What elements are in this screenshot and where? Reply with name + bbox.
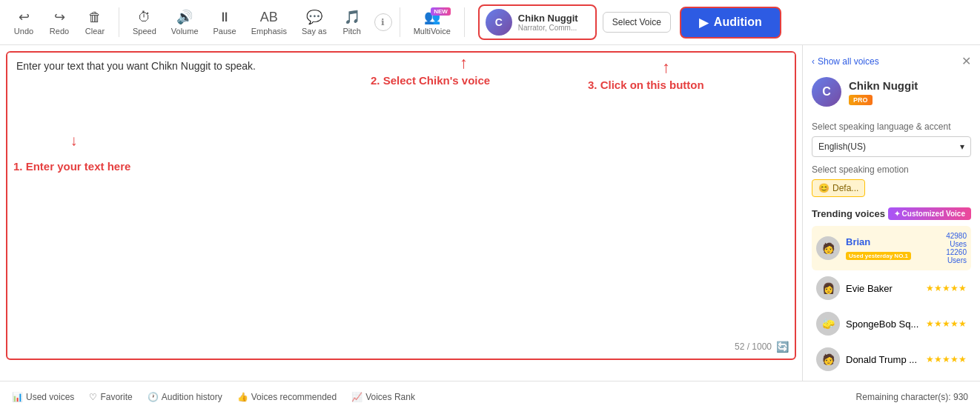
refresh-icon[interactable]: 🔄 [776,341,789,353]
emphasis-button[interactable]: AB Emphasis [245,7,293,39]
language-label: Select speaking language & accent [812,121,971,132]
divider-2 [400,7,400,37]
annotation-1-arrow: ↑ [70,134,78,151]
emotion-icon: 😊 [818,183,830,193]
voice-name-trump: Donald Trump ... [846,354,920,365]
tab-voices-rank[interactable]: 📈 Voices Rank [351,392,415,402]
show-all-voices-link[interactable]: ‹ Show all voices [812,56,879,67]
redo-icon: ↪ [54,9,65,25]
voice-stars-evie: ★★★★★ [926,283,967,293]
multivoice-button[interactable]: NEW 👥 MultiVoice [408,6,457,39]
voice-name-evie: Evie Baker [846,283,920,294]
emotion-button[interactable]: 😊 Defa... [812,179,865,197]
sayas-button[interactable]: 💬 Say as [296,6,333,39]
trending-header: Trending voices ✦ Customized Voice [812,207,971,220]
language-select[interactable]: English(US) ▾ [812,136,971,157]
tab-audition-history[interactable]: 🕐 Audition history [148,392,222,402]
recommended-icon: 👍 [237,392,248,402]
bottom-bar: 📊 Used voices ♡ Favorite 🕐 Audition hist… [0,381,980,412]
chevron-left-icon: ‹ [812,56,815,67]
undo-button[interactable]: ↩ Undo [7,6,40,39]
sidebar-header: ‹ Show all voices ✕ [812,54,971,68]
sidebar-voice-avatar: C [812,77,841,107]
redo-button[interactable]: ↪ Redo [43,6,76,39]
history-icon: 🕐 [148,392,159,402]
text-input[interactable] [7,53,795,336]
voice-item-evie[interactable]: 👩 Evie Baker ★★★★★ [812,270,971,306]
sidebar-voice-header: C Chikn Nuggit PRO [812,77,971,107]
voice-selector[interactable]: C Chikn Nuggit Narrator, Comm... [478,4,597,40]
voice-avatar-spongebob: 🧽 [816,312,840,336]
select-voice-button[interactable]: Select Voice [603,12,671,33]
sidebar: ‹ Show all voices ✕ C Chikn Nuggit PRO S… [802,45,980,381]
char-count: 52 / 1000 🔄 [735,341,789,353]
sidebar-voice-name: Chikn Nuggit [849,79,918,92]
pitch-icon: 🎵 [344,9,360,25]
no1-badge: Used yesterday NO.1 [846,252,911,260]
volume-button[interactable]: 🔊 Volume [165,6,205,39]
used-voices-icon: 📊 [12,392,23,402]
tab-voices-recommended[interactable]: 👍 Voices recommended [237,392,337,402]
text-editor-border: Enter your text that you want Chikn Nugg… [6,51,796,360]
voice-avatar-trump: 🧑 [816,347,840,371]
voice-name-brian: Brian [846,236,940,247]
favorite-icon: ♡ [89,392,97,402]
voice-avatar: C [486,9,512,36]
voice-item-trump[interactable]: 🧑 Donald Trump ... ★★★★★ [812,341,971,377]
voice-name-spongebob: SpongeBob Sq... [846,319,920,330]
voice-info: Chikn Nuggit Narrator, Comm... [518,13,589,32]
speed-button[interactable]: ⏱ Speed [127,7,162,39]
close-sidebar-button[interactable]: ✕ [961,54,971,68]
toolbar: ↩ Undo ↪ Redo 🗑 Clear ⏱ Speed 🔊 Volume ⏸… [0,0,980,45]
voice-stars-spongebob: ★★★★★ [926,319,967,329]
speed-icon: ⏱ [138,10,151,25]
audition-button[interactable]: ▶ Audition [680,7,781,39]
tab-used-voices[interactable]: 📊 Used voices [12,392,74,402]
info-button[interactable]: ℹ [374,13,392,31]
rank-icon: 📈 [351,392,362,402]
remaining-chars: Remaining character(s): 930 [856,392,968,402]
voice-item-spongebob[interactable]: 🧽 SpongeBob Sq... ★★★★★ [812,306,971,341]
voice-avatar-evie: 👩 [816,276,840,300]
main-content: Enter your text that you want Chikn Nugg… [0,45,802,381]
volume-icon: 🔊 [176,9,193,25]
voice-description: Narrator, Comm... [518,24,589,32]
voice-name: Chikn Nuggit [518,13,589,24]
undo-icon: ↩ [19,9,30,25]
trending-label: Trending voices [812,208,885,219]
customized-voice-button[interactable]: ✦ Customized Voice [888,207,971,220]
bottom-tabs: 📊 Used voices ♡ Favorite 🕐 Audition hist… [12,392,415,402]
sayas-icon: 💬 [306,9,322,25]
play-icon: ▶ [699,16,708,30]
pro-badge: PRO [849,95,873,105]
emotion-label: Select speaking emotion [812,164,971,175]
clear-button[interactable]: 🗑 Clear [79,7,111,39]
pause-button[interactable]: ⏸ Pause [208,7,242,39]
annotation-1: 1. Enter your text here [13,160,130,173]
clear-icon: 🗑 [88,10,102,25]
voice-stars-trump: ★★★★★ [926,354,967,364]
pitch-button[interactable]: 🎵 Pitch [336,6,368,39]
voice-avatar-brian: 🧑 [816,236,840,260]
chevron-down-icon: ▾ [960,141,964,152]
divider-3 [464,7,465,37]
divider-1 [119,7,119,37]
pause-icon: ⏸ [218,10,231,25]
new-badge: NEW [431,7,451,16]
voice-item-brian[interactable]: 🧑 Brian Used yesterday NO.1 42980 Uses 1… [812,226,971,270]
tab-favorite[interactable]: ♡ Favorite [89,392,132,402]
emphasis-icon: AB [260,10,278,25]
